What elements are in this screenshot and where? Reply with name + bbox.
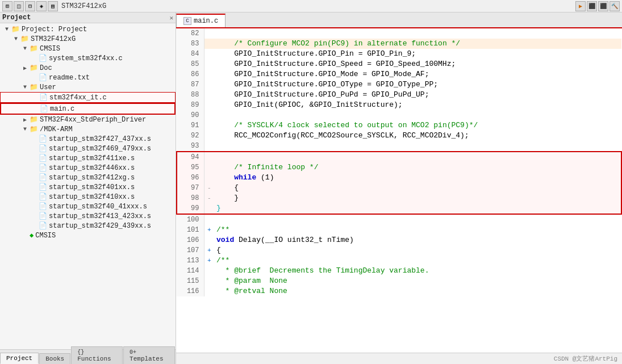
editor-tab-main-c[interactable]: C main.c: [176, 14, 226, 27]
table-row: 89 GPIO_Init(GPIOC, &GPIO_InitStructure)…: [177, 100, 621, 110]
tree-item-startup5[interactable]: 📄 startup_stm32f412xg.s: [0, 173, 176, 182]
tree-label-startup8: startup_stm32f40_41xxx.s: [49, 203, 147, 211]
tree-item-readme[interactable]: 📄 readme.txt: [0, 73, 176, 82]
expand-cmsis[interactable]: ▼: [20, 45, 30, 52]
toolbar-icon-4[interactable]: ◈: [36, 1, 47, 11]
tree-item-stdperiph[interactable]: ▶ 📁 STM32F4xx_StdPeriph_Driver: [0, 115, 176, 124]
expand-project-root[interactable]: ▼: [2, 26, 11, 32]
fold-indicator[interactable]: [204, 120, 214, 131]
tree-item-startup3[interactable]: 📄 startup_stm32f411xe.s: [0, 153, 176, 163]
fold-indicator[interactable]: [204, 39, 214, 49]
table-row: 113 + /**: [177, 256, 621, 266]
tab-project[interactable]: Project: [0, 353, 39, 364]
fold-indicator[interactable]: [204, 203, 214, 214]
tree-item-startup8[interactable]: 📄 startup_stm32f40_41xxx.s: [0, 202, 176, 211]
tree-item-startup2[interactable]: 📄 startup_stm32f469_479xx.s: [0, 144, 176, 153]
fold-indicator[interactable]: [204, 131, 214, 141]
fold-indicator[interactable]: [204, 276, 214, 286]
tree-item-startup1[interactable]: 📄 startup_stm32f427_437xx.s: [0, 134, 176, 144]
asm-icon-6: 📄: [39, 183, 47, 191]
fold-indicator[interactable]: [204, 69, 214, 80]
toolbar-stop[interactable]: ⬛: [598, 1, 608, 11]
toolbar-icon-2[interactable]: ◫: [14, 1, 24, 11]
fold-indicator[interactable]: +: [204, 245, 214, 256]
code-line: GPIO_InitStructure.GPIO_Mode = GPIO_Mode…: [214, 69, 621, 80]
table-row: 97 - {: [177, 183, 621, 193]
expand-doc[interactable]: ▶: [20, 65, 30, 72]
tab-functions[interactable]: {} Functions: [71, 346, 123, 364]
tab-file-icon: C: [183, 17, 191, 25]
tree-item-project-root[interactable]: ▼ 📁 Project: Project: [0, 24, 176, 34]
tree-item-mdk-arm[interactable]: ▼ 📁 /MDK-ARM: [0, 124, 176, 134]
fold-indicator[interactable]: [204, 80, 214, 90]
table-row: 83 /* Configure MCO2 pin(PC9) in alterna…: [177, 39, 621, 49]
tree-item-user[interactable]: ▼ 📁 User: [0, 82, 176, 92]
fold-indicator[interactable]: -: [204, 183, 214, 193]
line-number: 83: [177, 39, 204, 49]
table-row: 88 GPIO_InitStructure.GPIO_PuPd = GPIO_P…: [177, 90, 621, 100]
table-row: 84 GPIO_InitStructure.GPIO_Pin = GPIO_Pi…: [177, 49, 621, 59]
tree-item-startup10[interactable]: 📄 startup_stm32f429_439xx.s: [0, 221, 176, 231]
tree-item-stm32f4xx-it[interactable]: 📄 stm32f4xx_it.c: [0, 92, 176, 103]
toolbar-icon-3[interactable]: ⊟: [25, 1, 35, 11]
fold-indicator[interactable]: [204, 235, 214, 245]
tree-label-startup3: startup_stm32f411xe.s: [49, 154, 135, 162]
tab-templates[interactable]: 0+ Templates: [123, 346, 175, 364]
line-number: 92: [177, 131, 204, 141]
code-line: }: [214, 203, 621, 214]
toolbar-icon-1[interactable]: ⊞: [2, 1, 12, 11]
fold-indicator[interactable]: [204, 110, 214, 120]
fold-indicator[interactable]: [204, 100, 214, 110]
tree-item-startup4[interactable]: 📄 startup_stm32f446xx.s: [0, 163, 176, 173]
line-number: 90: [177, 110, 204, 120]
tree-item-stm32f412xg[interactable]: ▼ 📁 STM32F412xG: [0, 34, 176, 44]
expand-stdperiph[interactable]: ▶: [20, 116, 30, 123]
fold-indicator[interactable]: [204, 90, 214, 100]
toolbar-run[interactable]: ▶: [575, 1, 586, 11]
toolbar-build[interactable]: 🔨: [610, 1, 620, 11]
fold-indicator[interactable]: [204, 141, 214, 152]
editor-tabs: C main.c: [176, 12, 622, 28]
sidebar-close-btn[interactable]: ✕: [169, 14, 173, 22]
fold-indicator[interactable]: [204, 266, 214, 276]
fold-indicator[interactable]: [204, 28, 214, 39]
line-number: 98: [177, 193, 204, 203]
fold-indicator[interactable]: [204, 162, 214, 173]
sidebar-tree: ▼ 📁 Project: Project ▼ 📁 STM32F412xG ▼ 📁…: [0, 23, 176, 349]
fold-indicator[interactable]: -: [204, 193, 214, 203]
asm-icon-1: 📄: [39, 135, 47, 143]
line-number: 99: [177, 203, 204, 214]
folder-icon-doc: 📁: [30, 64, 38, 72]
fold-indicator[interactable]: [204, 173, 214, 183]
fold-indicator[interactable]: +: [204, 256, 214, 266]
tab-books[interactable]: Books: [39, 353, 70, 364]
fold-indicator[interactable]: [204, 49, 214, 59]
tree-item-startup6[interactable]: 📄 startup_stm32f401xx.s: [0, 182, 176, 192]
comment-block-113: /**: [216, 256, 229, 265]
line-number: 113: [177, 256, 204, 266]
tree-item-system-file[interactable]: 📄 system_stm32f4xx.c: [0, 53, 176, 63]
main-layout: Project ✕ ▼ 📁 Project: Project ▼ 📁 STM32…: [0, 12, 622, 364]
expand-stm32f412xg[interactable]: ▼: [11, 36, 20, 42]
fold-indicator[interactable]: [204, 59, 214, 69]
tree-item-cmsis2[interactable]: ◆ CMSIS: [0, 231, 176, 240]
fold-indicator[interactable]: [204, 286, 214, 296]
fold-indicator[interactable]: [204, 152, 214, 162]
table-row: 87 GPIO_InitStructure.GPIO_OType = GPIO_…: [177, 80, 621, 90]
tree-item-startup9[interactable]: 📄 startup_stm32f413_423xx.s: [0, 211, 176, 221]
code-line: GPIO_InitStructure.GPIO_PuPd = GPIO_PuPd…: [214, 90, 621, 100]
toolbar-debug[interactable]: ⬛: [587, 1, 597, 11]
comment-sysclk: /* SYSCLK/4 clock selected to output on …: [234, 121, 478, 129]
tree-item-startup7[interactable]: 📄 startup_stm32f410xx.s: [0, 192, 176, 202]
asm-icon-9: 📄: [39, 212, 47, 220]
tree-item-cmsis[interactable]: ▼ 📁 CMSIS: [0, 44, 176, 53]
toolbar-icon-5[interactable]: ▤: [48, 1, 58, 11]
code-line: GPIO_InitStructure.GPIO_Speed = GPIO_Spe…: [214, 59, 621, 69]
code-container[interactable]: 82 83 /* Configure MCO2 pin(PC9) in alte…: [176, 28, 622, 353]
fold-indicator[interactable]: [204, 214, 214, 225]
fold-indicator[interactable]: +: [204, 225, 214, 235]
expand-mdk-arm[interactable]: ▼: [20, 126, 30, 132]
expand-user[interactable]: ▼: [20, 84, 30, 90]
tree-item-doc[interactable]: ▶ 📁 Doc: [0, 63, 176, 73]
tree-item-main-c[interactable]: 📄 main.c: [0, 103, 176, 115]
